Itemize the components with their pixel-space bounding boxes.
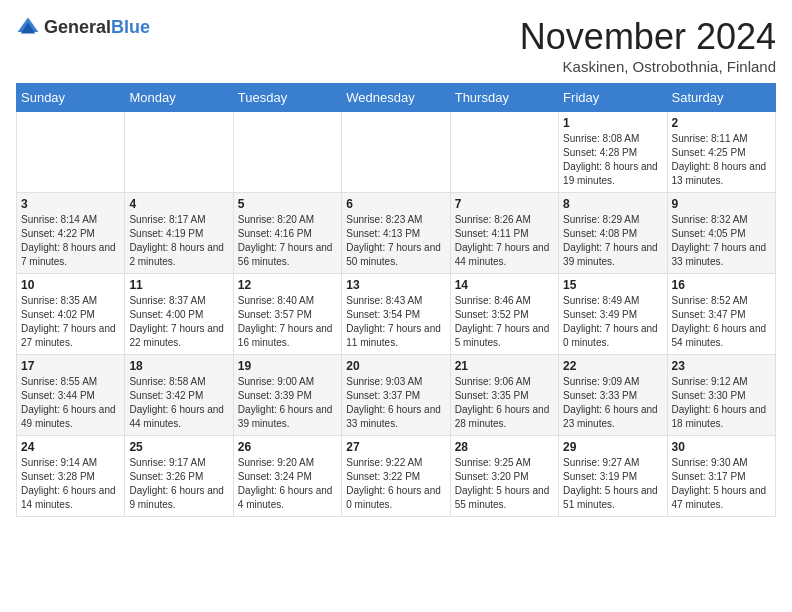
day-number: 29 xyxy=(563,440,662,454)
day-detail: Sunrise: 9:20 AMSunset: 3:24 PMDaylight:… xyxy=(238,457,333,510)
day-number: 6 xyxy=(346,197,445,211)
table-row: 24Sunrise: 9:14 AMSunset: 3:28 PMDayligh… xyxy=(17,436,125,517)
day-number: 23 xyxy=(672,359,771,373)
title-block: November 2024 Kaskinen, Ostrobothnia, Fi… xyxy=(520,16,776,75)
table-row xyxy=(342,112,450,193)
table-row: 14Sunrise: 8:46 AMSunset: 3:52 PMDayligh… xyxy=(450,274,558,355)
header-sunday: Sunday xyxy=(17,84,125,112)
day-detail: Sunrise: 8:32 AMSunset: 4:05 PMDaylight:… xyxy=(672,214,767,267)
day-number: 2 xyxy=(672,116,771,130)
day-detail: Sunrise: 8:20 AMSunset: 4:16 PMDaylight:… xyxy=(238,214,333,267)
day-detail: Sunrise: 8:52 AMSunset: 3:47 PMDaylight:… xyxy=(672,295,767,348)
table-row: 29Sunrise: 9:27 AMSunset: 3:19 PMDayligh… xyxy=(559,436,667,517)
day-detail: Sunrise: 8:58 AMSunset: 3:42 PMDaylight:… xyxy=(129,376,224,429)
day-number: 26 xyxy=(238,440,337,454)
day-detail: Sunrise: 9:00 AMSunset: 3:39 PMDaylight:… xyxy=(238,376,333,429)
day-detail: Sunrise: 9:22 AMSunset: 3:22 PMDaylight:… xyxy=(346,457,441,510)
day-detail: Sunrise: 8:46 AMSunset: 3:52 PMDaylight:… xyxy=(455,295,550,348)
header-thursday: Thursday xyxy=(450,84,558,112)
day-detail: Sunrise: 8:08 AMSunset: 4:28 PMDaylight:… xyxy=(563,133,658,186)
day-detail: Sunrise: 8:37 AMSunset: 4:00 PMDaylight:… xyxy=(129,295,224,348)
day-detail: Sunrise: 8:26 AMSunset: 4:11 PMDaylight:… xyxy=(455,214,550,267)
table-row: 4Sunrise: 8:17 AMSunset: 4:19 PMDaylight… xyxy=(125,193,233,274)
day-detail: Sunrise: 8:14 AMSunset: 4:22 PMDaylight:… xyxy=(21,214,116,267)
day-number: 30 xyxy=(672,440,771,454)
day-detail: Sunrise: 8:49 AMSunset: 3:49 PMDaylight:… xyxy=(563,295,658,348)
table-row: 5Sunrise: 8:20 AMSunset: 4:16 PMDaylight… xyxy=(233,193,341,274)
calendar-week-row: 1Sunrise: 8:08 AMSunset: 4:28 PMDaylight… xyxy=(17,112,776,193)
day-detail: Sunrise: 8:23 AMSunset: 4:13 PMDaylight:… xyxy=(346,214,441,267)
day-detail: Sunrise: 8:55 AMSunset: 3:44 PMDaylight:… xyxy=(21,376,116,429)
day-number: 20 xyxy=(346,359,445,373)
table-row: 15Sunrise: 8:49 AMSunset: 3:49 PMDayligh… xyxy=(559,274,667,355)
table-row: 8Sunrise: 8:29 AMSunset: 4:08 PMDaylight… xyxy=(559,193,667,274)
table-row xyxy=(125,112,233,193)
day-number: 13 xyxy=(346,278,445,292)
day-number: 12 xyxy=(238,278,337,292)
day-number: 14 xyxy=(455,278,554,292)
table-row: 3Sunrise: 8:14 AMSunset: 4:22 PMDaylight… xyxy=(17,193,125,274)
day-detail: Sunrise: 8:35 AMSunset: 4:02 PMDaylight:… xyxy=(21,295,116,348)
table-row: 2Sunrise: 8:11 AMSunset: 4:25 PMDaylight… xyxy=(667,112,775,193)
table-row: 23Sunrise: 9:12 AMSunset: 3:30 PMDayligh… xyxy=(667,355,775,436)
day-number: 8 xyxy=(563,197,662,211)
day-number: 17 xyxy=(21,359,120,373)
day-detail: Sunrise: 9:03 AMSunset: 3:37 PMDaylight:… xyxy=(346,376,441,429)
table-row xyxy=(233,112,341,193)
day-number: 28 xyxy=(455,440,554,454)
table-row: 26Sunrise: 9:20 AMSunset: 3:24 PMDayligh… xyxy=(233,436,341,517)
header-monday: Monday xyxy=(125,84,233,112)
day-number: 7 xyxy=(455,197,554,211)
table-row: 21Sunrise: 9:06 AMSunset: 3:35 PMDayligh… xyxy=(450,355,558,436)
day-number: 24 xyxy=(21,440,120,454)
day-detail: Sunrise: 9:12 AMSunset: 3:30 PMDaylight:… xyxy=(672,376,767,429)
day-detail: Sunrise: 8:40 AMSunset: 3:57 PMDaylight:… xyxy=(238,295,333,348)
day-detail: Sunrise: 8:11 AMSunset: 4:25 PMDaylight:… xyxy=(672,133,767,186)
day-number: 16 xyxy=(672,278,771,292)
table-row: 9Sunrise: 8:32 AMSunset: 4:05 PMDaylight… xyxy=(667,193,775,274)
day-detail: Sunrise: 8:29 AMSunset: 4:08 PMDaylight:… xyxy=(563,214,658,267)
day-detail: Sunrise: 9:17 AMSunset: 3:26 PMDaylight:… xyxy=(129,457,224,510)
logo: GeneralBlue xyxy=(16,16,150,40)
header-wednesday: Wednesday xyxy=(342,84,450,112)
table-row: 13Sunrise: 8:43 AMSunset: 3:54 PMDayligh… xyxy=(342,274,450,355)
day-number: 21 xyxy=(455,359,554,373)
table-row: 27Sunrise: 9:22 AMSunset: 3:22 PMDayligh… xyxy=(342,436,450,517)
logo-general-text: GeneralBlue xyxy=(44,18,150,38)
calendar-week-row: 17Sunrise: 8:55 AMSunset: 3:44 PMDayligh… xyxy=(17,355,776,436)
day-detail: Sunrise: 9:27 AMSunset: 3:19 PMDaylight:… xyxy=(563,457,658,510)
day-number: 25 xyxy=(129,440,228,454)
day-detail: Sunrise: 9:06 AMSunset: 3:35 PMDaylight:… xyxy=(455,376,550,429)
header-tuesday: Tuesday xyxy=(233,84,341,112)
table-row: 12Sunrise: 8:40 AMSunset: 3:57 PMDayligh… xyxy=(233,274,341,355)
day-number: 15 xyxy=(563,278,662,292)
table-row: 17Sunrise: 8:55 AMSunset: 3:44 PMDayligh… xyxy=(17,355,125,436)
month-title: November 2024 xyxy=(520,16,776,58)
table-row: 19Sunrise: 9:00 AMSunset: 3:39 PMDayligh… xyxy=(233,355,341,436)
calendar-week-row: 10Sunrise: 8:35 AMSunset: 4:02 PMDayligh… xyxy=(17,274,776,355)
page-header: GeneralBlue November 2024 Kaskinen, Ostr… xyxy=(16,16,776,75)
day-number: 18 xyxy=(129,359,228,373)
table-row: 10Sunrise: 8:35 AMSunset: 4:02 PMDayligh… xyxy=(17,274,125,355)
table-row: 30Sunrise: 9:30 AMSunset: 3:17 PMDayligh… xyxy=(667,436,775,517)
day-number: 9 xyxy=(672,197,771,211)
table-row: 11Sunrise: 8:37 AMSunset: 4:00 PMDayligh… xyxy=(125,274,233,355)
table-row: 22Sunrise: 9:09 AMSunset: 3:33 PMDayligh… xyxy=(559,355,667,436)
table-row: 16Sunrise: 8:52 AMSunset: 3:47 PMDayligh… xyxy=(667,274,775,355)
day-number: 3 xyxy=(21,197,120,211)
day-number: 1 xyxy=(563,116,662,130)
calendar-week-row: 3Sunrise: 8:14 AMSunset: 4:22 PMDaylight… xyxy=(17,193,776,274)
day-detail: Sunrise: 9:30 AMSunset: 3:17 PMDaylight:… xyxy=(672,457,767,510)
table-row: 6Sunrise: 8:23 AMSunset: 4:13 PMDaylight… xyxy=(342,193,450,274)
calendar-table: Sunday Monday Tuesday Wednesday Thursday… xyxy=(16,83,776,517)
table-row xyxy=(17,112,125,193)
day-number: 27 xyxy=(346,440,445,454)
day-detail: Sunrise: 9:09 AMSunset: 3:33 PMDaylight:… xyxy=(563,376,658,429)
table-row: 18Sunrise: 8:58 AMSunset: 3:42 PMDayligh… xyxy=(125,355,233,436)
logo-icon xyxy=(16,16,40,40)
day-number: 11 xyxy=(129,278,228,292)
calendar-week-row: 24Sunrise: 9:14 AMSunset: 3:28 PMDayligh… xyxy=(17,436,776,517)
day-number: 4 xyxy=(129,197,228,211)
day-number: 5 xyxy=(238,197,337,211)
day-number: 22 xyxy=(563,359,662,373)
